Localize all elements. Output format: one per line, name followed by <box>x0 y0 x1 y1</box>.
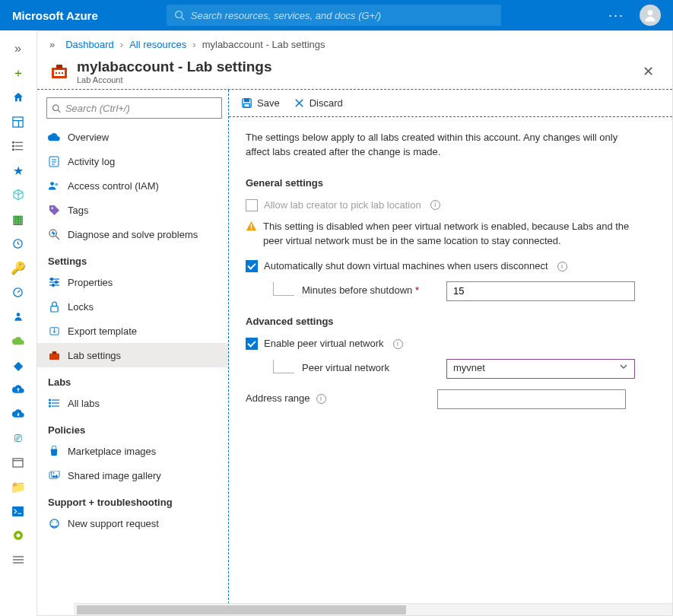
nav-access-control[interactable]: Access control (IAM) <box>37 173 228 198</box>
save-icon <box>241 97 252 109</box>
chevron-down-icon <box>619 361 628 376</box>
advanced-settings-heading: Advanced settings <box>246 315 656 329</box>
rail-create-icon[interactable]: ＋ <box>6 62 30 84</box>
scrollbar-thumb[interactable] <box>77 605 406 614</box>
crumb-dashboard[interactable]: Dashboard <box>65 39 114 50</box>
nav-locks[interactable]: Locks <box>37 294 228 319</box>
svg-rect-48 <box>49 353 59 359</box>
info-icon[interactable]: i <box>430 200 440 210</box>
log-icon <box>48 155 60 167</box>
address-range-input[interactable] <box>437 389 626 409</box>
nav-all-labs[interactable]: All labs <box>37 391 228 415</box>
address-range-label: Address range <box>246 392 310 406</box>
rail-folder-icon[interactable]: 📁 <box>6 476 30 497</box>
nav-shared-image-gallery[interactable]: Shared image gallery <box>37 463 228 487</box>
global-search[interactable] <box>167 5 501 26</box>
rail-gauge-icon[interactable] <box>6 281 30 303</box>
svg-point-35 <box>50 182 54 186</box>
save-button[interactable]: Save <box>241 97 280 109</box>
nav-activity-log[interactable]: Activity log <box>37 149 228 173</box>
horizontal-scrollbar[interactable] <box>74 603 672 615</box>
gallery-icon <box>48 469 60 481</box>
user-avatar[interactable] <box>640 5 661 26</box>
rail-home-icon[interactable] <box>6 87 30 108</box>
search-icon <box>174 10 185 21</box>
nav-properties[interactable]: Properties <box>37 270 228 294</box>
list-icon <box>48 397 60 409</box>
chevron-right-icon: › <box>192 39 195 50</box>
minutes-before-shutdown-input[interactable] <box>446 281 635 301</box>
auto-shutdown-label: Automatically shut down virtual machines… <box>264 259 548 274</box>
nav-marketplace-images[interactable]: Marketplace images <box>37 439 228 463</box>
svg-line-1 <box>181 17 184 21</box>
nav-export-template[interactable]: Export template <box>37 319 228 343</box>
rail-expand-icon[interactable]: » <box>6 38 30 59</box>
menu-search[interactable]: « <box>46 97 222 119</box>
more-menu[interactable]: ··· <box>608 8 624 24</box>
svg-rect-65 <box>251 224 252 228</box>
chevron-right-icon: › <box>120 39 123 50</box>
rail-list-icon[interactable] <box>6 135 30 157</box>
nav-diagnose[interactable]: Diagnose and solve problems <box>37 222 228 246</box>
nav-tags[interactable]: Tags <box>37 198 228 222</box>
export-icon <box>48 325 60 337</box>
svg-point-44 <box>55 281 57 283</box>
enable-peer-checkbox[interactable] <box>246 338 258 350</box>
allow-location-row: Allow lab creator to pick lab location i <box>246 198 656 213</box>
rail-window-icon[interactable] <box>6 452 30 473</box>
rail-cloud-green-icon[interactable] <box>6 330 30 351</box>
info-icon[interactable]: i <box>393 339 403 349</box>
address-range-row: Address range i <box>246 389 656 409</box>
rail-cube-icon[interactable] <box>6 184 30 205</box>
rail-lines-icon[interactable] <box>6 549 30 570</box>
crumb-current: mylabaccount - Lab settings <box>202 39 325 50</box>
info-icon[interactable]: i <box>557 262 567 271</box>
enable-peer-label: Enable peer virtual network <box>264 337 384 351</box>
rail-key-icon[interactable]: 🔑 <box>6 257 30 278</box>
rail-person-icon[interactable] <box>6 306 30 327</box>
rail-cloud-up-icon[interactable] <box>6 379 30 400</box>
crumb-allresources[interactable]: All resources <box>129 39 186 50</box>
auto-shutdown-checkbox[interactable] <box>246 260 258 272</box>
discard-button[interactable]: Discard <box>294 97 343 109</box>
svg-line-30 <box>58 110 60 112</box>
close-button[interactable]: ✕ <box>636 60 660 83</box>
nav-group-support: Support + troubleshooting <box>37 487 228 511</box>
svg-rect-61 <box>245 99 249 102</box>
svg-point-10 <box>12 145 14 147</box>
rail-terminal-icon[interactable] <box>6 500 30 522</box>
svg-point-14 <box>16 313 20 316</box>
svg-point-26 <box>56 72 57 74</box>
support-icon <box>48 517 60 529</box>
settings-description: The settings below apply to all labs cre… <box>246 131 641 160</box>
svg-point-19 <box>16 534 20 538</box>
nav-overview[interactable]: Overview <box>37 125 228 149</box>
global-search-input[interactable] <box>191 10 494 21</box>
peer-vnet-select[interactable]: myvnet <box>446 359 635 379</box>
rail-diamond-icon[interactable]: ◆ <box>6 354 30 376</box>
brand-logo: Microsoft Azure <box>12 9 98 22</box>
lock-icon <box>48 300 60 313</box>
content-pane: Save Discard The settings below apply to… <box>229 90 672 615</box>
rail-circle-green-icon[interactable] <box>6 525 30 546</box>
command-bar: Save Discard <box>229 90 672 117</box>
page-subtitle: Lab Account <box>77 75 272 84</box>
location-disabled-warning: This setting is disabled when peer virtu… <box>246 220 641 249</box>
search-icon <box>52 103 61 113</box>
svg-rect-66 <box>251 229 252 230</box>
info-icon[interactable]: i <box>316 394 326 404</box>
nav-lab-settings[interactable]: Lab settings <box>37 343 228 367</box>
svg-rect-46 <box>50 306 57 311</box>
breadcrumb-expand-icon[interactable]: » <box>49 39 55 50</box>
nav-group-policies: Policies <box>37 415 228 439</box>
rail-cloud-down-icon[interactable] <box>6 403 30 424</box>
svg-point-11 <box>12 149 14 151</box>
rail-favorites-icon[interactable]: ★ <box>6 160 30 181</box>
rail-dashboard-icon[interactable] <box>6 111 30 132</box>
nav-new-support-request[interactable]: New support request <box>37 511 228 535</box>
menu-search-input[interactable] <box>65 103 217 114</box>
left-rail: » ＋ ★ ▦ 🔑 ◆ ⎚ 📁 <box>0 30 37 616</box>
rail-luggage-icon[interactable]: ⎚ <box>6 427 30 449</box>
rail-grid-icon[interactable]: ▦ <box>6 208 30 230</box>
rail-clock-icon[interactable] <box>6 233 30 254</box>
